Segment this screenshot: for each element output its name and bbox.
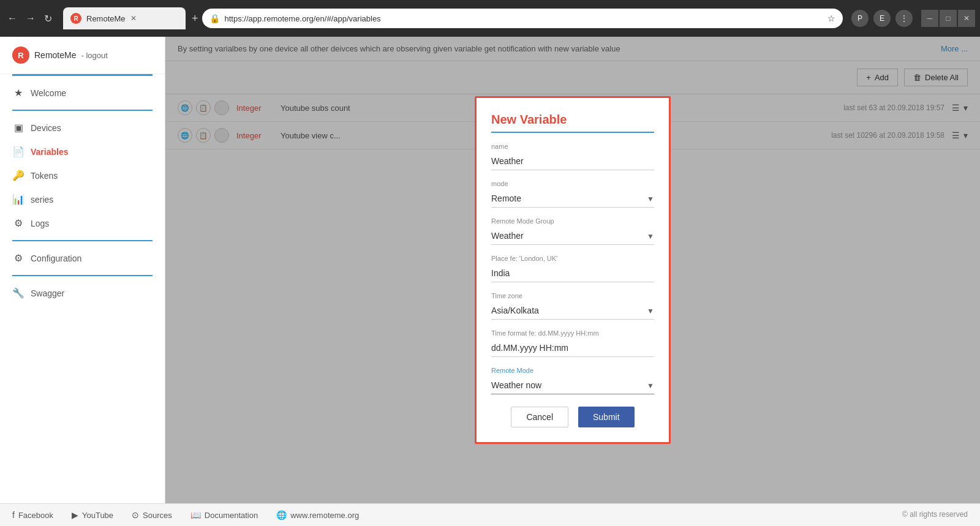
sidebar-label-logs: Logs xyxy=(31,219,49,228)
configuration-icon: ⚙ xyxy=(12,252,24,264)
modal-title: New Variable xyxy=(491,113,654,133)
mode-select[interactable]: Remote Local Scheduled xyxy=(491,190,654,208)
place-input[interactable] xyxy=(491,265,654,282)
timezone-field-group: Time zone Asia/Kolkata UTC America/New_Y… xyxy=(491,292,654,320)
new-tab-button[interactable]: + xyxy=(192,12,198,25)
time-format-field-group: Time format fe: dd.MM.yyyy HH:mm xyxy=(491,329,654,357)
lock-icon: 🔒 xyxy=(209,13,220,23)
sidebar-item-tokens[interactable]: 🔑 Tokens xyxy=(0,163,165,187)
series-icon: 📊 xyxy=(12,193,24,205)
facebook-label: Facebook xyxy=(18,511,53,520)
minimize-button[interactable]: ─ xyxy=(921,10,938,27)
app-body: R RemoteMe - logout ★ Welcome ▣ Devices … xyxy=(0,37,980,503)
logout-link[interactable]: - logout xyxy=(81,51,107,60)
documentation-link[interactable]: 📖 Documentation xyxy=(190,510,258,520)
name-field-group: name xyxy=(491,143,654,170)
sidebar-item-configuration[interactable]: ⚙ Configuration xyxy=(0,246,165,270)
app-container: R RemoteMe - logout ★ Welcome ▣ Devices … xyxy=(0,37,980,526)
name-input[interactable] xyxy=(491,152,654,170)
forward-button[interactable]: → xyxy=(23,10,38,26)
swagger-icon: 🔧 xyxy=(12,287,24,299)
submit-button[interactable]: Submit xyxy=(578,407,635,427)
browser-tab[interactable]: R RemoteMe ✕ xyxy=(63,7,186,29)
remote-group-select[interactable]: Weather xyxy=(491,227,654,245)
footer: f Facebook ▶ YouTube ⊙ Sources 📖 Documen… xyxy=(0,503,980,526)
address-bar[interactable]: 🔒 ☆ xyxy=(202,9,843,28)
new-variable-modal: New Variable name mode Remote Local Sche… xyxy=(475,96,671,444)
youtube-label: YouTube xyxy=(82,511,113,520)
menu-icon[interactable]: ⋮ xyxy=(895,10,913,27)
cancel-button[interactable]: Cancel xyxy=(511,407,568,427)
remote-group-field-group: Remote Mode Group Weather ▼ xyxy=(491,217,654,245)
timezone-select-wrap: Asia/Kolkata UTC America/New_York ▼ xyxy=(491,302,654,320)
variables-icon: 📄 xyxy=(12,146,24,157)
sidebar-label-devices: Devices xyxy=(31,123,61,133)
time-format-input[interactable] xyxy=(491,339,654,357)
restore-button[interactable]: □ xyxy=(940,10,957,27)
nav-divider-2 xyxy=(12,240,153,241)
app-logo: R xyxy=(12,47,29,64)
name-label: name xyxy=(491,143,654,150)
remote-mode-field-group: Remote Mode Weather now Weather forecast… xyxy=(491,367,654,394)
website-label: www.remoteme.org xyxy=(290,511,359,520)
rights-text: © all rights reserved xyxy=(902,510,968,520)
sidebar-label-swagger: Swagger xyxy=(31,288,64,298)
documentation-label: Documentation xyxy=(205,511,258,520)
nav-divider-1 xyxy=(12,110,153,111)
sidebar-label-tokens: Tokens xyxy=(31,171,58,181)
sidebar-item-logs[interactable]: ⚙ Logs xyxy=(0,211,165,235)
profile-icon[interactable]: P xyxy=(851,10,869,27)
sidebar: R RemoteMe - logout ★ Welcome ▣ Devices … xyxy=(0,37,165,503)
facebook-link[interactable]: f Facebook xyxy=(12,510,53,520)
extension-icon[interactable]: E xyxy=(873,10,891,27)
place-label: Place fe: 'London, UK' xyxy=(491,255,654,262)
website-link[interactable]: 🌐 www.remoteme.org xyxy=(276,510,359,520)
mode-select-wrap: Remote Local Scheduled ▼ xyxy=(491,190,654,208)
timezone-label: Time zone xyxy=(491,292,654,299)
url-input[interactable] xyxy=(225,14,823,23)
sidebar-item-devices[interactable]: ▣ Devices xyxy=(0,116,165,140)
modal-actions: Cancel Submit xyxy=(491,407,654,427)
mode-field-group: mode Remote Local Scheduled ▼ xyxy=(491,180,654,208)
sidebar-item-series[interactable]: 📊 series xyxy=(0,187,165,211)
remote-group-select-wrap: Weather ▼ xyxy=(491,227,654,245)
mode-label: mode xyxy=(491,180,654,187)
youtube-link[interactable]: ▶ YouTube xyxy=(72,510,113,520)
sources-label: Sources xyxy=(143,511,172,520)
time-format-label: Time format fe: dd.MM.yyyy HH:mm xyxy=(491,329,654,337)
remote-mode-select[interactable]: Weather now Weather forecast xyxy=(491,377,654,394)
modal-overlay: New Variable name mode Remote Local Sche… xyxy=(165,37,980,503)
back-button[interactable]: ← xyxy=(5,10,20,26)
remote-mode-select-wrap: Weather now Weather forecast ▼ xyxy=(491,377,654,394)
sidebar-label-variables: Variables xyxy=(31,147,69,157)
tokens-icon: 🔑 xyxy=(12,170,24,181)
tab-close-button[interactable]: ✕ xyxy=(130,14,137,23)
sidebar-item-welcome[interactable]: ★ Welcome xyxy=(0,81,165,105)
window-controls[interactable]: ─ □ ✕ xyxy=(921,10,975,27)
star-icon[interactable]: ☆ xyxy=(827,13,835,23)
main-content: By setting varialbes by one device all o… xyxy=(165,37,980,503)
refresh-button[interactable]: ↻ xyxy=(42,10,55,27)
browser-nav-controls[interactable]: ← → ↻ xyxy=(5,10,55,27)
tab-favicon: R xyxy=(70,13,81,24)
remote-group-label: Remote Mode Group xyxy=(491,217,654,225)
window-close-button[interactable]: ✕ xyxy=(958,10,975,27)
welcome-icon: ★ xyxy=(12,87,24,99)
sidebar-nav: ★ Welcome ▣ Devices 📄 Variables 🔑 Tokens xyxy=(0,76,165,503)
sidebar-header: R RemoteMe - logout xyxy=(0,37,165,74)
browser-chrome: ← → ↻ R RemoteMe ✕ + 🔒 ☆ P E ⋮ ─ □ ✕ xyxy=(0,0,980,37)
devices-icon: ▣ xyxy=(12,122,24,133)
website-icon: 🌐 xyxy=(276,510,287,520)
sidebar-item-swagger[interactable]: 🔧 Swagger xyxy=(0,281,165,305)
logs-icon: ⚙ xyxy=(12,217,24,229)
sidebar-label-configuration: Configuration xyxy=(31,254,81,263)
sidebar-label-series: series xyxy=(31,195,53,205)
sources-link[interactable]: ⊙ Sources xyxy=(132,510,172,520)
browser-toolbar-icons: P E ⋮ xyxy=(851,10,913,27)
app-brand: RemoteMe xyxy=(34,50,76,60)
sidebar-item-variables[interactable]: 📄 Variables xyxy=(0,140,165,163)
place-field-group: Place fe: 'London, UK' xyxy=(491,255,654,282)
timezone-select[interactable]: Asia/Kolkata UTC America/New_York xyxy=(491,302,654,320)
facebook-icon: f xyxy=(12,510,15,520)
tab-title: RemoteMe xyxy=(86,14,126,23)
